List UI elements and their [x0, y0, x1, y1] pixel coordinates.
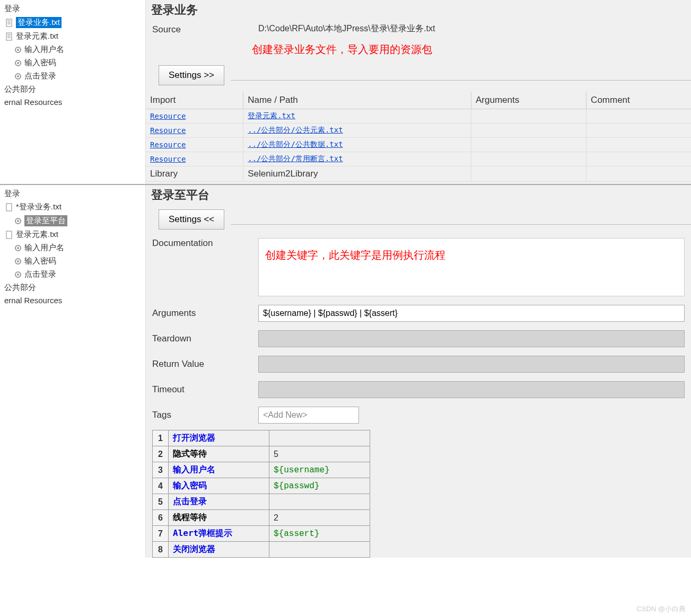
tree-item-loginelem[interactable]: 登录元素.txt: [0, 30, 145, 43]
svg-point-11: [17, 62, 19, 64]
settings-collapse-button[interactable]: Settings <<: [159, 209, 224, 230]
tree-item-logintoplatform[interactable]: 登录至平台: [0, 214, 145, 228]
step-arg-cell[interactable]: [269, 494, 370, 510]
gear-icon: [14, 270, 22, 279]
arguments-input[interactable]: [258, 305, 685, 322]
import-type-link[interactable]: Resource: [150, 126, 186, 135]
gear-icon: [14, 257, 22, 266]
tree-item-inputuser[interactable]: 输入用户名: [0, 43, 145, 56]
step-arg[interactable]: 5: [274, 450, 278, 459]
tags-input[interactable]: [258, 407, 359, 424]
step-rownum: 8: [153, 542, 169, 558]
timeout-input[interactable]: [258, 381, 685, 398]
tree-folder-login[interactable]: 登录: [0, 2, 145, 15]
gear-icon: [14, 217, 22, 225]
library-label: Library: [146, 166, 243, 182]
step-arg[interactable]: 2: [274, 513, 278, 522]
teardown-input[interactable]: [258, 330, 685, 347]
col-args: Arguments: [471, 92, 587, 109]
step-arg-cell[interactable]: 2: [269, 510, 370, 526]
step-rownum: 4: [153, 478, 169, 494]
step-arg[interactable]: ${username}: [274, 465, 330, 475]
import-row[interactable]: Resource 登录元素.txt: [146, 109, 691, 124]
import-type-link[interactable]: Resource: [150, 140, 186, 149]
documentation-label: Documentation: [152, 238, 258, 249]
step-row[interactable]: 1打开浏览器: [153, 430, 370, 446]
svg-point-21: [17, 260, 19, 262]
step-row[interactable]: 8关闭浏览器: [153, 542, 370, 558]
import-row[interactable]: Resource ../公共部分/常用断言.txt: [146, 152, 691, 166]
step-arg-cell[interactable]: [269, 542, 370, 558]
step-row[interactable]: 6线程等待2: [153, 510, 370, 526]
step-arg-cell[interactable]: [269, 430, 370, 446]
import-type-link[interactable]: Resource: [150, 112, 186, 120]
tree-item-loginbiz-mod[interactable]: *登录业务.txt: [0, 200, 145, 214]
step-arg[interactable]: ${passwd}: [274, 481, 319, 491]
import-path-link[interactable]: ../公共部分/常用断言.txt: [248, 154, 343, 163]
imports-table: Import Name / Path Arguments Comment Res…: [146, 92, 691, 182]
step-keyword[interactable]: Alert弹框提示: [173, 528, 232, 538]
gear-icon: [14, 72, 22, 81]
sidebar-bottom: 登录 *登录业务.txt 登录至平台 登录元素.txt 输入用户名: [0, 185, 146, 558]
import-path-link[interactable]: ../公共部分/公共元素.txt: [248, 126, 343, 134]
step-keyword[interactable]: 隐式等待: [173, 448, 207, 459]
tree-folder-public2[interactable]: 公共部分: [0, 281, 145, 294]
step-row[interactable]: 3输入用户名${username}: [153, 462, 370, 478]
file-icon: [5, 231, 14, 239]
svg-rect-14: [6, 204, 12, 211]
step-row[interactable]: 4输入密码${passwd}: [153, 478, 370, 494]
documentation-box[interactable]: 创建关键字，此关键字是用例执行流程: [258, 238, 685, 296]
step-keyword[interactable]: 线程等待: [173, 512, 207, 522]
main-bottom: 登录至平台 Settings << Documentation 创建关键字，此关…: [146, 185, 691, 558]
tree-item-inputpwd2[interactable]: 输入密码: [0, 254, 145, 268]
header-top: 登录业务: [146, 0, 691, 20]
step-arg-cell[interactable]: ${username}: [269, 462, 370, 478]
svg-rect-4: [6, 33, 12, 40]
tree-item-inputuser2[interactable]: 输入用户名: [0, 241, 145, 254]
step-arg[interactable]: ${assert}: [274, 529, 319, 539]
tree-item-loginbiz[interactable]: 登录业务.txt: [0, 15, 145, 30]
tree-external-resources2[interactable]: ernal Resources: [0, 294, 145, 306]
tree-item-clicklogin[interactable]: 点击登录: [0, 69, 145, 83]
step-arg-cell[interactable]: ${passwd}: [269, 478, 370, 494]
tree-external-resources[interactable]: ernal Resources: [0, 96, 145, 108]
tree-folder-public[interactable]: 公共部分: [0, 83, 145, 96]
red-note-bottom: 创建关键字，此关键字是用例执行流程: [259, 239, 684, 272]
source-value: D:\Code\RF\Auto\本地JPress\登录\登录业务.txt: [258, 23, 685, 34]
step-row[interactable]: 2隐式等待5: [153, 446, 370, 462]
import-type-link[interactable]: Resource: [150, 155, 186, 163]
sidebar-top: 登录 登录业务.txt 登录元素.txt 输入用户名 输入密码: [0, 0, 146, 184]
divider: [231, 224, 691, 225]
step-keyword[interactable]: 输入密码: [173, 480, 207, 490]
tags-label: Tags: [152, 410, 258, 420]
tree-item-clicklogin2[interactable]: 点击登录: [0, 268, 145, 281]
returnvalue-input[interactable]: [258, 356, 685, 373]
step-arg-cell[interactable]: 5: [269, 446, 370, 462]
step-keyword[interactable]: 输入用户名: [173, 464, 215, 474]
tree-folder-login2[interactable]: 登录: [0, 187, 145, 200]
step-keyword[interactable]: 点击登录: [173, 496, 207, 506]
step-arg-cell[interactable]: ${assert}: [269, 526, 370, 542]
tree-item-loginelem2[interactable]: 登录元素.txt: [0, 228, 145, 241]
header-bottom: 登录至平台: [146, 185, 691, 205]
step-keyword[interactable]: 关闭浏览器: [173, 544, 215, 554]
import-row[interactable]: Resource ../公共部分/公共数据.txt: [146, 138, 691, 152]
step-rownum: 1: [153, 430, 169, 446]
import-path-link[interactable]: ../公共部分/公共数据.txt: [248, 140, 343, 148]
divider: [231, 80, 691, 81]
step-row[interactable]: 7Alert弹框提示${assert}: [153, 526, 370, 542]
library-row[interactable]: Library Selenium2Library: [146, 166, 691, 182]
import-path-link[interactable]: 登录元素.txt: [248, 111, 295, 120]
gear-icon: [14, 244, 22, 252]
file-icon: [5, 203, 14, 212]
svg-point-9: [17, 49, 19, 51]
tree-item-inputpwd[interactable]: 输入密码: [0, 56, 145, 69]
import-row[interactable]: Resource ../公共部分/公共元素.txt: [146, 124, 691, 138]
step-rownum: 6: [153, 510, 169, 526]
svg-rect-0: [6, 19, 12, 27]
settings-expand-button[interactable]: Settings >>: [159, 65, 224, 85]
returnvalue-label: Return Value: [152, 359, 258, 369]
step-keyword[interactable]: 打开浏览器: [173, 433, 215, 443]
step-row[interactable]: 5点击登录: [153, 494, 370, 510]
col-comment: Comment: [587, 92, 691, 109]
